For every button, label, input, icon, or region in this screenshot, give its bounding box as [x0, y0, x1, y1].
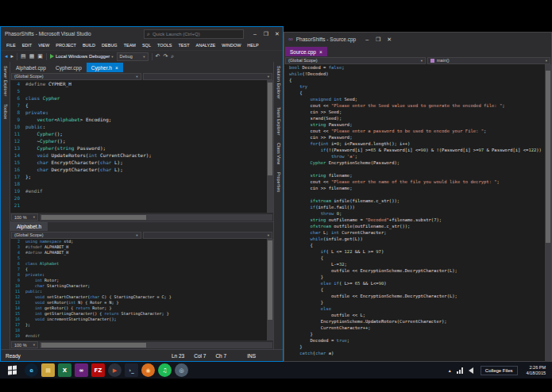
navigate-back-icon[interactable]: ◂: [5, 53, 8, 60]
navigate-forward-icon[interactable]: ▸: [11, 53, 14, 60]
menu-test[interactable]: TEST: [176, 43, 193, 48]
volume-icon[interactable]: [469, 367, 473, 374]
dock-tab-properties[interactable]: Properties: [276, 172, 281, 192]
taskbar-excel-icon[interactable]: X: [58, 363, 71, 377]
tab-close-icon[interactable]: ×: [319, 49, 322, 55]
right-window-titlebar[interactable]: ∞ PhasorShifts - Source.cpp – ❐ ✕: [284, 33, 551, 46]
code-area[interactable]: bool Decoded = false;while(!Decoded){ tr…: [284, 64, 545, 361]
taskbar-firefox-icon[interactable]: ◉: [141, 363, 155, 377]
taskbar-steam-icon[interactable]: ◎: [175, 363, 188, 377]
taskbar-visual-studio-icon[interactable]: ∞: [75, 363, 88, 377]
vertical-scrollbar[interactable]: [545, 64, 551, 361]
member-dropdown[interactable]: main() ▾: [427, 57, 550, 64]
dock-tab-team-explorer[interactable]: Team Explorer: [276, 107, 281, 135]
scrollbar-thumb[interactable]: [546, 71, 550, 243]
windows-logo-icon: [8, 365, 17, 375]
menu-debug[interactable]: DEBUG: [98, 43, 121, 48]
vertical-scrollbar[interactable]: [267, 239, 273, 340]
scrollbar-thumb[interactable]: [41, 215, 146, 220]
taskbar-dev-console-icon[interactable]: ›_: [125, 363, 138, 377]
editor-alphabet-h[interactable]: 2345678910111213141516171819 using names…: [10, 239, 273, 340]
start-debug-button[interactable]: Local Windows Debugger ▾: [50, 54, 114, 59]
taskbar-media-player-icon[interactable]: ▶: [108, 363, 122, 377]
menu-project[interactable]: PROJECT: [52, 43, 79, 48]
maximize-button[interactable]: ❐: [373, 34, 384, 44]
horizontal-scrollbar[interactable]: [40, 342, 272, 348]
menu-file[interactable]: FILE: [3, 43, 19, 48]
menu-team[interactable]: TEAM: [121, 43, 139, 48]
zoom-dropdown[interactable]: 100 % ▾: [11, 213, 38, 221]
menu-view[interactable]: VIEW: [35, 43, 52, 48]
method-icon: [430, 59, 434, 63]
desktop: PhasorShifts - Microsoft Visual Studio ⌕…: [0, 0, 552, 392]
menu-tools[interactable]: TOOLS: [154, 43, 176, 48]
window-title: PhasorShifts - Source.cpp: [296, 37, 357, 42]
visual-studio-icon: ∞: [288, 37, 293, 43]
tab-alphabet-cpp[interactable]: Alphabet.cpp: [11, 63, 51, 72]
taskbar-filezilla-icon[interactable]: FZ: [91, 363, 105, 377]
configuration-dropdown[interactable]: Debug ▾: [117, 52, 149, 61]
save-icon[interactable]: ▣: [37, 53, 43, 60]
editor-column: Alphabet.cppCypher.cppCypher.h× (Global …: [10, 62, 274, 349]
tray-expand-icon[interactable]: ▴: [446, 367, 454, 373]
search-icon: ⌕: [147, 31, 150, 37]
dock-tab-class-view[interactable]: Class View: [276, 143, 281, 164]
taskbar-clock[interactable]: 2:26 PM 4/18/2015: [527, 365, 546, 376]
editor-navbar: (Global Scope) ▾ main() ▾: [284, 56, 551, 64]
minimize-button[interactable]: –: [361, 34, 373, 44]
tab-cypher-cpp[interactable]: Cypher.cpp: [51, 63, 87, 72]
undo-icon[interactable]: ↶: [156, 53, 160, 60]
scope-dropdown[interactable]: (Global Scope) ▾: [11, 73, 141, 80]
editor-source-cpp[interactable]: bool Decoded = false;while(!Decoded){ tr…: [284, 64, 551, 361]
scope-dropdown[interactable]: (Global Scope) ▾: [285, 57, 426, 64]
menu-help[interactable]: HELP: [244, 43, 261, 48]
dock-tab-server-explorer[interactable]: Server Explorer: [3, 66, 8, 96]
zoom-dropdown[interactable]: 100 % ▾: [11, 341, 38, 348]
horizontal-scrollbar[interactable]: [40, 214, 272, 221]
left-dock-strip: Server ExplorerToolbox: [1, 62, 10, 349]
close-button[interactable]: ✕: [384, 34, 395, 44]
tab-source-cpp[interactable]: Source.cpp ×: [285, 47, 327, 56]
source-cpp-window: ∞ PhasorShifts - Source.cpp – ❐ ✕ Source…: [284, 32, 552, 362]
tab-cypher-h[interactable]: Cypher.h×: [87, 63, 123, 72]
member-dropdown[interactable]: ▾: [143, 73, 273, 80]
find-icon[interactable]: ⌕: [171, 53, 174, 60]
code-area[interactable]: using namespace std;#ifndef ALPHABET_H#d…: [22, 239, 267, 340]
member-dropdown[interactable]: ▾: [143, 232, 273, 239]
window-controls: – ❐ ✕: [249, 29, 283, 39]
menu-build[interactable]: BUILD: [79, 43, 98, 48]
menu-sql[interactable]: SQL: [139, 43, 154, 48]
status-ready: Ready: [6, 353, 21, 359]
redo-icon[interactable]: ↷: [163, 53, 168, 60]
dock-tab-toolbox[interactable]: Toolbox: [3, 104, 8, 119]
chevron-down-icon: ▾: [33, 343, 35, 347]
new-file-icon[interactable]: ▤: [21, 53, 26, 60]
close-button[interactable]: ✕: [272, 29, 283, 39]
taskbar-button-college-files[interactable]: College Files: [481, 366, 518, 375]
scrollbar-thumb[interactable]: [268, 240, 272, 320]
network-icon[interactable]: [455, 367, 465, 374]
minimize-button[interactable]: –: [249, 29, 261, 39]
scope-dropdown[interactable]: (Global Scope) ▾: [11, 232, 141, 239]
code-area[interactable]: #define CYPHER_H class Cypher{private: v…: [22, 80, 267, 213]
taskbar-internet-explorer-icon[interactable]: e: [25, 363, 38, 377]
start-button[interactable]: [2, 362, 21, 379]
taskbar-file-explorer-icon[interactable]: ▤: [41, 363, 55, 377]
tab-alphabet-h[interactable]: Alphabet.h: [10, 221, 48, 231]
left-window-titlebar[interactable]: PhasorShifts - Microsoft Visual Studio ⌕…: [1, 27, 283, 40]
scrollbar-thumb[interactable]: [41, 343, 146, 348]
maximize-button[interactable]: ❐: [261, 29, 272, 39]
quick-launch-input[interactable]: ⌕ Quick Launch (Ctrl+Q): [144, 29, 244, 39]
configuration-value: Debug: [120, 54, 133, 59]
chevron-down-icon: ▾: [143, 55, 145, 59]
dock-tab-solution-explorer[interactable]: Solution Explorer: [276, 66, 281, 99]
tab-close-icon[interactable]: ×: [115, 65, 118, 71]
taskbar-spotify-icon[interactable]: ♫: [158, 363, 172, 377]
editor-cypher-h[interactable]: 456789101112131415161718192021 #define C…: [10, 80, 273, 213]
vertical-scrollbar[interactable]: [267, 80, 273, 213]
menu-analyze[interactable]: ANALYZE: [193, 43, 219, 48]
menu-window[interactable]: WINDOW: [218, 43, 244, 48]
menu-edit[interactable]: EDIT: [19, 43, 36, 48]
scrollbar-thumb[interactable]: [268, 83, 272, 175]
open-file-icon[interactable]: ▦: [29, 53, 35, 60]
